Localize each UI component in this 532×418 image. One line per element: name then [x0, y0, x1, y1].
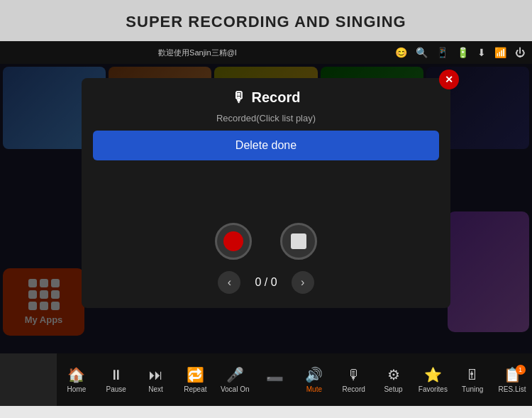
next-icon: ⏭ — [149, 367, 163, 383]
delete-done-item[interactable]: Delete done — [93, 131, 439, 160]
bottom-bar: 🏠 Home ⏸ Pause ⏭ Next 🔁 Repeat 🎤 Vocal O… — [0, 353, 532, 406]
tuning-icon: 🎚 — [465, 367, 480, 383]
nav-res-list[interactable]: 📋 1 RES.List — [494, 353, 530, 406]
nav-favorites-label: Favorites — [419, 385, 448, 393]
record-start-button[interactable] — [215, 223, 252, 260]
nav-setup[interactable]: ⚙ Setup — [376, 353, 411, 406]
recorded-list: Delete done — [82, 131, 450, 216]
emoji-icon[interactable]: 😊 — [395, 47, 407, 58]
nav-home[interactable]: 🏠 Home — [59, 353, 94, 406]
nav-mute-label: Mute — [306, 385, 322, 393]
favorites-icon: ⭐ — [424, 366, 442, 383]
vocal-icon: 🎤 — [226, 366, 244, 383]
welcome-text: 歡迎使用Sanjin三精@I — [158, 48, 237, 58]
bottom-thumbnail — [0, 353, 57, 406]
res-list-icon: 📋 1 — [504, 366, 521, 383]
setup-icon: ⚙ — [387, 366, 400, 383]
wifi-icon[interactable]: 📶 — [494, 47, 506, 58]
nav-res-list-label: RES.List — [499, 385, 526, 393]
nav-next-label: Next — [148, 385, 163, 393]
record-modal: 🎙 Record ✕ Recorded(Click list play) Del… — [82, 78, 450, 308]
nav-setup-label: Setup — [384, 385, 402, 393]
search-icon[interactable]: 🔍 — [416, 47, 428, 58]
prev-page-button[interactable]: ‹ — [218, 271, 240, 294]
nav-volume-circle[interactable]: 🔊 Mute — [297, 353, 332, 406]
page-title: SUPER RECORDING AND SINGING — [0, 13, 532, 31]
nav-next[interactable]: ⏭ Next — [138, 353, 174, 406]
volume-circle-icon: 🔊 — [305, 366, 323, 383]
app-header: SUPER RECORDING AND SINGING — [0, 0, 532, 41]
modal-controls — [82, 223, 450, 260]
nav-pause-label: Pause — [106, 385, 126, 393]
nav-repeat[interactable]: 🔁 Repeat — [177, 353, 213, 406]
nav-repeat-label: Repeat — [184, 385, 206, 393]
res-list-badge: 1 — [516, 365, 526, 375]
download-icon[interactable]: ⬇ — [477, 47, 486, 58]
nav-favorites[interactable]: ⭐ Favorites — [415, 353, 450, 406]
modal-overlay: 🎙 Record ✕ Recorded(Click list play) Del… — [0, 64, 532, 353]
nav-pause[interactable]: ⏸ Pause — [99, 353, 134, 406]
home-icon: 🏠 — [67, 366, 85, 383]
record-icon: 🎙 — [347, 367, 361, 383]
mic-icon: 🎙 — [232, 89, 246, 106]
volume-down-icon: ➖ — [266, 370, 284, 387]
modal-title: 🎙 Record — [232, 89, 301, 106]
status-bar: 歡迎使用Sanjin三精@I 😊 🔍 📱 🔋 ⬇ 📶 ⏻ — [0, 41, 532, 64]
next-page-button[interactable]: › — [292, 271, 314, 294]
bottom-nav: 🏠 Home ⏸ Pause ⏭ Next 🔁 Repeat 🎤 Vocal O… — [57, 353, 532, 406]
status-icons: 😊 🔍 📱 🔋 ⬇ 📶 ⏻ — [395, 47, 525, 58]
nav-tuning[interactable]: 🎚 Tuning — [455, 353, 490, 406]
record-circle-icon — [223, 231, 243, 251]
tablet-icon[interactable]: 📱 — [436, 47, 448, 58]
modal-header: 🎙 Record ✕ — [82, 78, 450, 113]
nav-vocal-label: Vocal On — [221, 385, 250, 393]
nav-volume-down[interactable]: ➖ — [257, 353, 292, 406]
nav-record-label: Record — [343, 385, 365, 393]
stop-square-icon — [291, 233, 306, 249]
power-icon[interactable]: ⏻ — [515, 47, 525, 58]
modal-subtitle: Recorded(Click list play) — [82, 113, 450, 123]
nav-tuning-label: Tuning — [462, 385, 483, 393]
close-button[interactable]: ✕ — [439, 70, 459, 89]
page-number: 0 / 0 — [255, 276, 277, 289]
nav-vocal-on[interactable]: 🎤 Vocal On — [217, 353, 253, 406]
record-stop-button[interactable] — [280, 223, 317, 260]
pause-icon: ⏸ — [109, 367, 123, 383]
repeat-icon: 🔁 — [187, 366, 204, 383]
pagination: ‹ 0 / 0 › — [82, 271, 450, 294]
nav-home-label: Home — [67, 385, 87, 393]
main-area: 歡迎使用Sanjin三精@I 😊 🔍 📱 🔋 ⬇ 📶 ⏻ — [0, 41, 532, 353]
nav-record[interactable]: 🎙 Record — [336, 353, 372, 406]
battery-icon[interactable]: 🔋 — [457, 47, 469, 58]
